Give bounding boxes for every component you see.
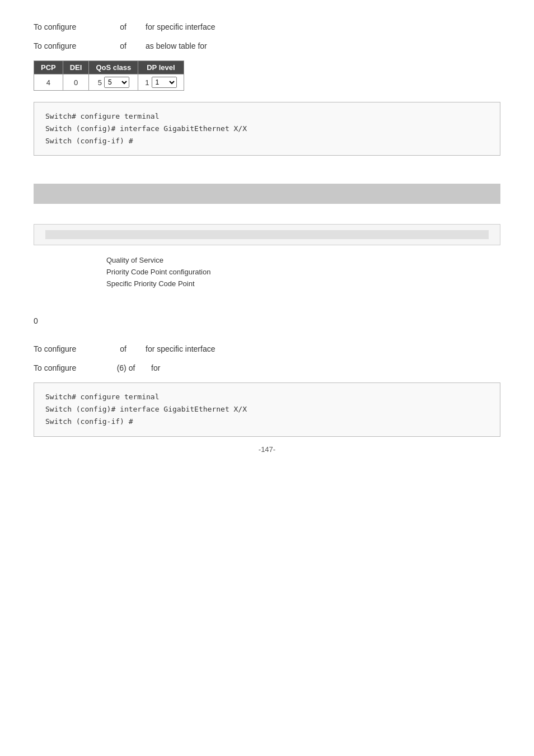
desc-configure-3: for specific interface <box>146 344 216 353</box>
label-configure-3: To configure <box>34 344 101 353</box>
code-box-1: Switch# configure terminal Switch (confi… <box>34 102 500 156</box>
spacer-1 <box>34 167 500 184</box>
dp-value: 1 <box>145 78 149 87</box>
code-line-2-1: Switch# configure terminal <box>45 391 489 403</box>
of-text-1: of <box>101 22 146 31</box>
zero-value: 0 <box>34 316 500 325</box>
nav-box <box>34 224 500 245</box>
cell-qos: 5 5 0123 467 <box>89 74 138 91</box>
nav-item-1: Quality of Service <box>106 254 500 266</box>
code-line-1-1: Switch# configure terminal <box>45 110 489 123</box>
pcp-table: PCP DEI QoS class DP level 4 0 5 5 <box>34 60 184 91</box>
nav-bar-inner <box>45 230 489 239</box>
section-top: To configure of for specific interface T… <box>34 22 500 156</box>
label-configure-4: To configure <box>34 363 101 372</box>
code-line-1-3: Switch (config-if) # <box>45 135 489 147</box>
code-line-1-2: Switch (config)# interface GigabitEthern… <box>45 123 489 135</box>
section-nav-list: Quality of Service Priority Code Point c… <box>34 254 500 290</box>
of-text-2: of <box>101 41 146 50</box>
cell-dei: 0 <box>63 74 89 91</box>
label-configure-1: To configure <box>34 22 101 31</box>
col-pcp: PCP <box>34 61 63 74</box>
spacer-2 <box>34 215 500 224</box>
col-dp: DP level <box>138 61 184 74</box>
gray-banner <box>34 184 500 204</box>
spacer-4 <box>34 335 500 344</box>
qos-value: 5 <box>98 78 102 87</box>
row-configure-4: To configure (6) of for <box>34 363 500 372</box>
page-number: -147- <box>0 445 534 454</box>
cell-pcp: 4 <box>34 74 63 91</box>
code-line-2-3: Switch (config-if) # <box>45 416 489 428</box>
desc-configure-2: as below table for <box>146 41 207 50</box>
label-configure-2: To configure <box>34 41 101 50</box>
of-text-4: (6) of <box>101 363 151 372</box>
dp-select[interactable]: 1 023 <box>152 77 177 88</box>
code-line-2-2: Switch (config)# interface GigabitEthern… <box>45 403 489 416</box>
nav-item-3: Specific Priority Code Point <box>106 278 500 290</box>
desc-configure-1: for specific interface <box>146 22 216 31</box>
desc-configure-4: for <box>151 363 160 372</box>
row-configure-2: To configure of as below table for <box>34 41 500 50</box>
spacer-3 <box>34 300 500 316</box>
code-box-2: Switch# configure terminal Switch (confi… <box>34 382 500 436</box>
col-dei: DEI <box>63 61 89 74</box>
of-text-3: of <box>101 344 146 353</box>
cell-dp: 1 1 023 <box>138 74 184 91</box>
nav-item-2: Priority Code Point configuration <box>106 266 500 278</box>
row-configure-1: To configure of for specific interface <box>34 22 500 31</box>
table-row-1: 4 0 5 5 0123 467 <box>34 74 184 91</box>
col-qos: QoS class <box>89 61 138 74</box>
nav-items-container: Quality of Service Priority Code Point c… <box>34 254 500 290</box>
row-configure-3: To configure of for specific interface <box>34 344 500 353</box>
qos-select[interactable]: 5 0123 467 <box>104 77 129 88</box>
section-bottom: To configure of for specific interface T… <box>34 344 500 436</box>
page: To configure of for specific interface T… <box>0 0 534 470</box>
